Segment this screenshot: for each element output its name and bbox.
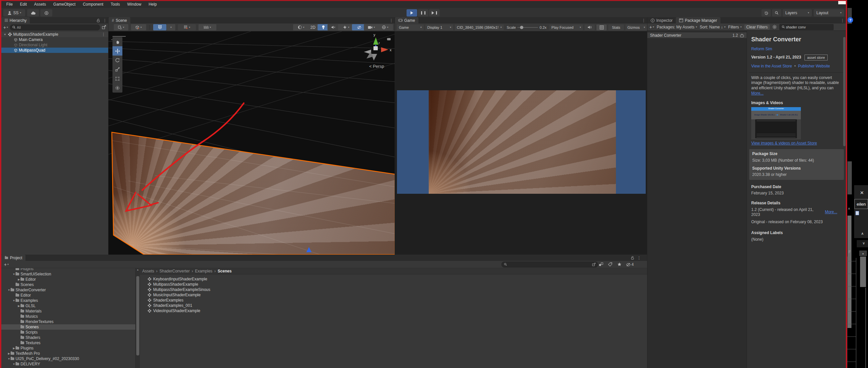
tree-row-selected[interactable]: Scenes [1, 324, 135, 330]
scale-slider-knob[interactable] [520, 26, 523, 29]
tool-handle-rotation-dropdown[interactable]: ▾ [131, 24, 146, 30]
breadcrumb-scenes[interactable]: Scenes [218, 269, 231, 273]
foldout-open-icon[interactable]: ▼ [3, 33, 7, 36]
inspector-tab[interactable]: Inspector [647, 17, 676, 24]
scene-viewport[interactable]: y x z < Persp [108, 31, 395, 255]
scrollbar-thumb[interactable] [843, 37, 845, 146]
play-button[interactable] [407, 9, 417, 16]
help-icon[interactable]: ? [847, 17, 853, 23]
project-search[interactable] [501, 262, 598, 267]
collapse-icon[interactable]: ∧ [848, 207, 850, 210]
account-button[interactable]: SS ▾ [3, 9, 25, 16]
kebab-menu-icon[interactable]: ⋮ [637, 256, 641, 260]
tree-scrollbar[interactable]: ▲ [135, 268, 140, 368]
scrollbar-thumb[interactable] [136, 276, 139, 356]
menu-tools[interactable]: Tools [107, 1, 123, 8]
display-target-dropdown[interactable]: Game▾ [397, 25, 424, 30]
scene-audio-button[interactable] [328, 24, 339, 30]
kebab-menu-icon[interactable]: ⋮ [101, 32, 105, 36]
hidden-packages-button[interactable]: 4 [626, 262, 634, 267]
description-more-link[interactable]: More... [751, 91, 837, 96]
gear-icon[interactable] [772, 25, 777, 29]
translate-gizmo-arrow[interactable] [306, 247, 312, 252]
asset-row[interactable]: ShaderExamples [140, 298, 647, 303]
hierarchy-tab[interactable]: Hierarchy [1, 17, 30, 24]
kebab-menu-icon[interactable]: ⋮ [642, 19, 646, 23]
sort-dropdown[interactable]: Sort: Name ↓▾ [700, 25, 725, 29]
tree-row[interactable]: ▶Editor [1, 277, 135, 282]
tree-row[interactable]: ▼Examples [1, 298, 135, 303]
transform-tool[interactable] [113, 83, 122, 93]
package-thumbnail[interactable]: Shader Converter Image Shader (GLSL) ➜ S… [751, 107, 801, 139]
package-row-shader-converter[interactable]: Shader Converter 1.2 [647, 32, 747, 38]
hand-tool[interactable] [113, 37, 122, 46]
project-tab[interactable]: Project [1, 255, 26, 261]
tree-row[interactable]: Scenes [1, 282, 135, 287]
lock-icon[interactable] [96, 19, 100, 23]
tree-row[interactable]: Scripts [1, 330, 135, 335]
grid-visibility-dropdown[interactable]: ▾ [167, 24, 175, 30]
gizmos-dropdown[interactable]: ▾ [377, 24, 393, 30]
scale-slider[interactable] [517, 27, 538, 28]
kebab-menu-icon[interactable]: ⋮ [841, 19, 844, 23]
asset-row[interactable]: ShaderExamples_001 [140, 303, 647, 308]
kebab-menu-icon[interactable]: ⋮ [103, 19, 107, 23]
tree-row[interactable]: Materials [1, 308, 135, 314]
share-button[interactable]: eilen [855, 199, 868, 209]
tree-row[interactable]: Plugins [1, 268, 135, 271]
rotate-tool[interactable] [113, 56, 122, 65]
hierarchy-search[interactable] [10, 25, 100, 30]
menu-window[interactable]: Window [123, 1, 145, 8]
open-new-window-icon[interactable] [102, 25, 106, 29]
package-search[interactable] [779, 24, 834, 30]
game-tab[interactable]: Game [395, 17, 418, 24]
menu-gameobject[interactable]: GameObject [50, 1, 79, 8]
breadcrumb-assets[interactable]: Assets [142, 269, 154, 273]
add-package-button[interactable]: + ▾ [649, 25, 654, 30]
stats-button[interactable]: Stats [608, 25, 624, 30]
menu-help[interactable]: Help [145, 1, 160, 8]
tree-row[interactable]: ▼DELIVERY [1, 361, 135, 367]
tree-row[interactable]: ▶Plugins [1, 345, 135, 351]
kebab-menu-icon[interactable]: ⋮ [389, 19, 393, 23]
create-button[interactable]: + ▾ [3, 25, 8, 30]
clear-filters-button[interactable]: Clear Filters [744, 25, 770, 30]
menu-component[interactable]: Component [79, 1, 107, 8]
hierarchy-search-input[interactable] [17, 26, 98, 29]
orientation-gizmo[interactable]: y x z [364, 33, 392, 61]
menu-file[interactable]: File [3, 1, 16, 8]
create-asset-button[interactable]: + ▾ [4, 262, 9, 267]
tree-row[interactable]: Musics [1, 314, 135, 319]
tree-row[interactable]: ▼SmartUiSelection [1, 271, 135, 277]
filters-dropdown[interactable]: Filters▾ [728, 25, 742, 29]
breadcrumb-examples[interactable]: Examples [195, 269, 212, 273]
project-search-input[interactable] [508, 263, 591, 267]
search-by-type-button[interactable] [599, 262, 603, 267]
search-button[interactable] [772, 9, 781, 16]
tree-row[interactable]: Textures [1, 340, 135, 345]
view-images-link[interactable]: View images & videos on Asset Store [751, 141, 837, 146]
layers-dropdown[interactable]: Layers▾ [783, 9, 812, 16]
shading-mode-dropdown[interactable]: ▾ [293, 24, 309, 30]
tree-row[interactable]: ▼UI25_PoC_Delivery_#02_20230330 [1, 356, 135, 361]
open-new-window-icon[interactable] [592, 263, 596, 267]
cloud-button[interactable] [27, 9, 39, 16]
scene-tab[interactable]: # Scene [108, 17, 130, 24]
menu-assets[interactable]: Assets [30, 1, 50, 8]
tree-row[interactable]: ▶GLSL [1, 303, 135, 308]
scale-tool[interactable] [113, 65, 122, 74]
publisher-link[interactable]: Reform Sim [751, 46, 837, 52]
undo-history-button[interactable] [762, 9, 771, 16]
package-search-input[interactable] [786, 25, 831, 29]
asset-row[interactable]: KeyboardInputShaderExample [140, 276, 647, 282]
hierarchy-row-multipassquad[interactable]: MultipassQuad [1, 47, 108, 53]
2d-toggle-button[interactable]: 2D [307, 24, 319, 30]
scroll-up-button[interactable]: ▲ [859, 250, 867, 256]
effects-dropdown[interactable]: ▾ [338, 24, 354, 30]
package-manager-tab[interactable]: Package Manager [676, 17, 720, 24]
hierarchy-row-scene[interactable]: ▼ MultipassShaderExample ⋮ [1, 32, 108, 37]
lock-icon[interactable] [630, 256, 634, 260]
asset-row[interactable]: MusicInputShaderExample [140, 292, 647, 298]
gizmos-dropdown[interactable]: Gizmos▾ [625, 25, 647, 30]
mute-audio-button[interactable] [585, 25, 595, 30]
